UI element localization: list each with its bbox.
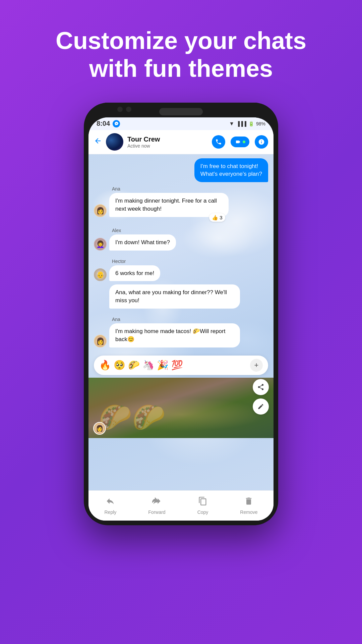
message-row-ana-2: 👩 I'm making home made tacos! 🌮Will repo…: [94, 323, 268, 347]
edit-button[interactable]: [253, 398, 269, 415]
message-row-hector-1: 👴 6 works for me!: [94, 265, 268, 281]
speaker-grille: [159, 108, 203, 115]
copy-label: Copy: [197, 509, 208, 515]
group-status: Active now: [127, 143, 208, 149]
headline-line2: with fun themes: [89, 55, 273, 82]
emoji-pleading[interactable]: 🥺: [114, 360, 125, 371]
message-row-hector-2: Ana, what are you making for dinner?? We…: [94, 284, 268, 309]
remove-icon: [244, 496, 253, 508]
emoji-unicorn[interactable]: 🦄: [142, 360, 154, 371]
food-image: 🌮🌮 👩: [88, 378, 274, 438]
spacer-3: [94, 311, 268, 314]
messages-list: I'm free to chat tonight!What's everyone…: [88, 154, 274, 352]
signal-icon: ▐▐▐: [236, 121, 246, 126]
chat-header: Tour Crew Active now: [88, 130, 274, 154]
food-taco-emoji: 🌮🌮: [99, 401, 166, 433]
avatar-alex: 👩‍🦱: [94, 238, 107, 251]
call-button[interactable]: [212, 135, 225, 149]
battery-icon: 🔋: [248, 121, 254, 126]
phone-frame: 8:04 ▼ ▐▐▐ 🔋 98%: [84, 103, 278, 525]
video-call-button[interactable]: [231, 137, 249, 147]
group-avatar: [106, 133, 123, 151]
side-actions: [253, 379, 269, 415]
remove-label: Remove: [240, 509, 257, 515]
emoji-fire[interactable]: 🔥: [99, 360, 111, 371]
bubble-wrapper-ana-1: I'm making dinner tonight. Free for a ca…: [109, 193, 268, 217]
camera-dot-1: [117, 107, 123, 112]
forward-icon: [152, 496, 162, 508]
message-group-hector: Hector 👴 6 works for me!: [94, 259, 268, 309]
headline: Customize your chats with fun themes: [36, 0, 326, 83]
sender-ana-1: Ana: [112, 186, 268, 192]
forward-action[interactable]: Forward: [148, 496, 165, 515]
wifi-icon: ▼: [229, 121, 234, 127]
message-group-alex: Alex 👩‍🦱 I'm down! What time?: [94, 228, 268, 251]
group-name: Tour Crew: [127, 136, 208, 143]
info-button[interactable]: [255, 135, 268, 149]
bubble-in-hector-2: Ana, what are you making for dinner?? We…: [109, 284, 240, 309]
battery-percent: 98%: [256, 121, 265, 126]
sender-ana-2: Ana: [112, 317, 268, 322]
video-active-dot: [243, 141, 245, 143]
message-group-ana-2: Ana 👩 I'm making home made tacos! 🌮Will …: [94, 317, 268, 347]
group-avatar-image: [106, 133, 123, 151]
bubble-out-1: I'm free to chat tonight!What's everyone…: [194, 158, 268, 182]
emoji-and-image: 🔥 🥺 🌮 🦄 🎉 💯 +: [88, 356, 274, 438]
spacer-1: [94, 220, 268, 225]
phone-screen: 8:04 ▼ ▐▐▐ 🔋 98%: [88, 117, 274, 521]
messenger-status-icon: [113, 120, 120, 127]
bubble-in-alex: I'm down! What time?: [109, 234, 176, 251]
phone-top: [84, 103, 278, 117]
avatar-ana-1: 👩: [94, 204, 107, 217]
sender-alex: Alex: [112, 228, 268, 233]
share-button[interactable]: [253, 379, 269, 395]
reply-icon: [106, 496, 115, 508]
avatar-hector: 👴: [94, 268, 107, 281]
back-button[interactable]: [94, 137, 102, 147]
copy-action[interactable]: Copy: [197, 496, 208, 515]
message-outgoing-1: I'm free to chat tonight!What's everyone…: [94, 158, 268, 182]
reply-label: Reply: [105, 509, 117, 515]
bubble-in-hector-1: 6 works for me!: [109, 265, 160, 281]
phone-mockup: 8:04 ▼ ▐▐▐ 🔋 98%: [84, 103, 278, 525]
spacer-2: [94, 253, 268, 256]
header-info: Tour Crew Active now: [127, 136, 208, 149]
bubble-in-ana-2: I'm making home made tacos! 🌮Will report…: [109, 323, 240, 347]
status-bar: 8:04 ▼ ▐▐▐ 🔋 98%: [88, 117, 274, 130]
emoji-party[interactable]: 🎉: [157, 360, 169, 371]
remove-action[interactable]: Remove: [240, 496, 257, 515]
status-indicators: ▼ ▐▐▐ 🔋 98%: [229, 121, 265, 127]
status-time: 8:04: [97, 120, 110, 127]
chat-messages-area: I'm free to chat tonight!What's everyone…: [88, 154, 274, 490]
forward-label: Forward: [148, 509, 165, 515]
header-actions: [212, 135, 268, 149]
message-row-alex: 👩‍🦱 I'm down! What time?: [94, 234, 268, 251]
copy-icon: [198, 496, 207, 508]
reply-action[interactable]: Reply: [105, 496, 117, 515]
emoji-more-button[interactable]: +: [250, 359, 263, 372]
emoji-100[interactable]: 💯: [171, 360, 183, 371]
avatar-ana-2: 👩: [94, 335, 107, 347]
emoji-taco[interactable]: 🌮: [128, 360, 140, 371]
bubble-in-ana-1: I'm making dinner tonight. Free for a ca…: [109, 193, 229, 217]
reaction-badge-ana-1: 👍 3: [209, 213, 225, 222]
camera-dot-2: [126, 107, 131, 112]
avatar-ana-photo: 👩: [93, 422, 106, 435]
camera-area: [117, 107, 131, 112]
headline-line1: Customize your chats: [56, 27, 306, 54]
sender-hector: Hector: [112, 259, 268, 264]
message-row-ana-1: 👩 I'm making dinner tonight. Free for a …: [94, 193, 268, 217]
bottom-action-bar: Reply Forward Copy: [88, 490, 274, 521]
emoji-reaction-bar[interactable]: 🔥 🥺 🌮 🦄 🎉 💯 +: [94, 356, 268, 375]
message-group-ana-1: Ana 👩 I'm making dinner tonight. Free fo…: [94, 186, 268, 217]
